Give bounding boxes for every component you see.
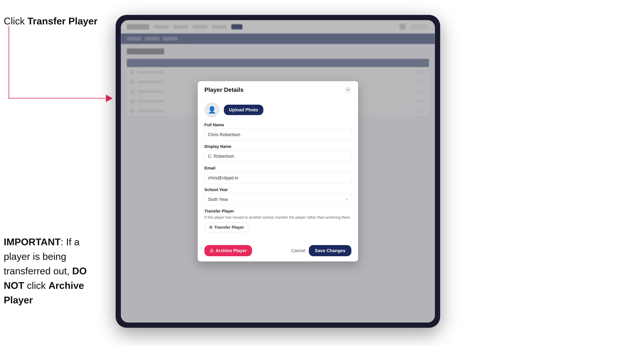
transfer-section-label: Transfer Player [204, 209, 351, 214]
modal-header: Player Details × [198, 81, 358, 97]
school-year-group: School Year Sixth Year [204, 187, 351, 205]
arrow-vertical [8, 26, 9, 99]
full-name-label: Full Name [204, 123, 351, 127]
archive-player-button[interactable]: ⚠ Archive Player [204, 245, 252, 256]
email-input[interactable] [204, 172, 351, 184]
annotation-text2: click [24, 280, 48, 291]
transfer-player-button[interactable]: ♻ Transfer Player [204, 222, 248, 232]
arrow-horizontal [8, 98, 109, 99]
display-name-group: Display Name [204, 144, 351, 162]
modal-footer: ⚠ Archive Player Cancel Save Changes [198, 241, 358, 261]
display-name-input[interactable] [204, 151, 351, 162]
full-name-input[interactable] [204, 129, 351, 140]
annotation-bottom: IMPORTANT: If a player is being transfer… [4, 235, 108, 307]
annotation-important-bold: IMPORTANT [4, 236, 60, 247]
annotation-click-text: Click [4, 16, 28, 26]
photo-section: 👤 Upload Photo [204, 102, 351, 117]
tablet-device: Player Details × 👤 Upload Photo Full Nam [116, 15, 440, 328]
modal-body: 👤 Upload Photo Full Name Display Name [198, 97, 358, 241]
arrow-head [106, 95, 113, 102]
upload-photo-button[interactable]: Upload Photo [224, 105, 263, 115]
archive-label: Archive Player [216, 248, 247, 253]
transfer-icon: ♻ [209, 225, 212, 230]
annotation-transfer-bold: Transfer Player [28, 16, 98, 26]
avatar-placeholder: 👤 [204, 102, 219, 117]
modal-overlay: Player Details × 👤 Upload Photo Full Nam [121, 20, 435, 323]
email-group: Email [204, 166, 351, 184]
save-changes-button[interactable]: Save Changes [309, 245, 351, 256]
school-year-label: School Year [204, 187, 351, 192]
cancel-button[interactable]: Cancel [291, 248, 305, 253]
modal-title: Player Details [204, 86, 244, 93]
email-label: Email [204, 166, 351, 171]
user-icon: 👤 [208, 106, 216, 114]
transfer-description: If this player has moved to another scho… [204, 215, 351, 220]
tablet-screen: Player Details × 👤 Upload Photo Full Nam [121, 20, 435, 323]
player-details-modal: Player Details × 👤 Upload Photo Full Nam [198, 81, 358, 261]
full-name-group: Full Name [204, 123, 351, 140]
modal-close-button[interactable]: × [345, 87, 351, 93]
display-name-label: Display Name [204, 144, 351, 149]
school-year-select[interactable]: Sixth Year [204, 194, 351, 205]
transfer-player-label: Transfer Player [214, 225, 244, 230]
archive-icon: ⚠ [210, 248, 214, 253]
transfer-section: Transfer Player If this player has moved… [204, 209, 351, 232]
annotation-top: Click Transfer Player [4, 15, 98, 27]
